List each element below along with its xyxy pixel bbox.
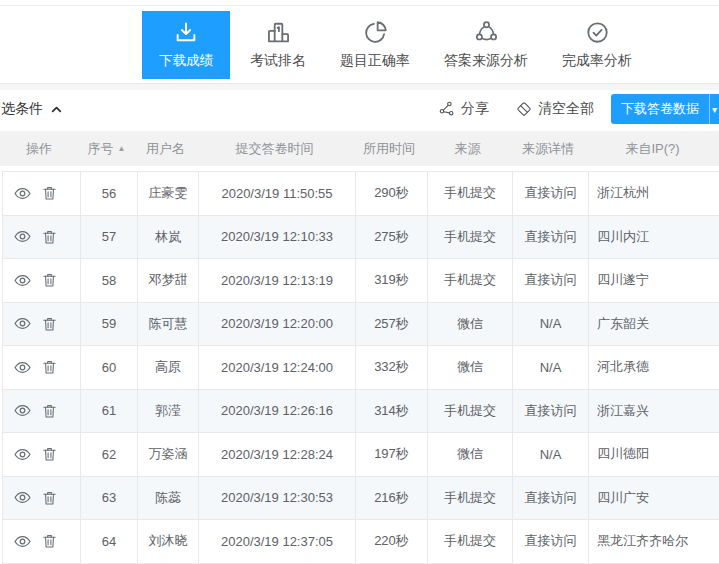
row-source: 手机提交 xyxy=(428,520,513,563)
row-username: 郭滢 xyxy=(138,390,199,433)
row-ip: 四川遂宁 xyxy=(589,259,719,302)
share-button[interactable]: 分享 xyxy=(438,100,489,118)
row-source: 微信 xyxy=(428,303,513,346)
results-table: 操作 序号▲ 用户名 提交答卷时间 所用时间 来源 来源详情 来自IP(?) 5… xyxy=(0,131,719,564)
sort-asc-icon[interactable]: ▲ xyxy=(118,145,126,153)
row-number: 63 xyxy=(81,477,138,520)
row-duration: 290秒 xyxy=(356,172,428,215)
row-username: 陈蕊 xyxy=(138,477,199,520)
row-submit-time: 2020/3/19 12:20:00 xyxy=(199,303,356,346)
tab-download-scores[interactable]: 下载成绩 xyxy=(142,11,230,79)
row-source-detail: N/A xyxy=(513,303,589,346)
view-icon[interactable] xyxy=(13,271,32,290)
table-row: 57 林岚 2020/3/19 12:10:33 275秒 手机提交 直接访问 … xyxy=(2,216,719,260)
row-actions xyxy=(3,477,81,520)
tab-question-accuracy[interactable]: 题目正确率 xyxy=(326,11,424,79)
header-submit-time: 提交答卷时间 xyxy=(196,140,353,158)
row-number: 58 xyxy=(81,259,138,302)
row-source: 手机提交 xyxy=(428,259,513,302)
row-submit-time: 2020/3/19 12:13:19 xyxy=(199,259,356,302)
table-row: 63 陈蕊 2020/3/19 12:30:53 216秒 手机提交 直接访问 … xyxy=(2,477,719,521)
row-number: 64 xyxy=(81,520,138,563)
delete-icon[interactable] xyxy=(41,402,58,420)
header-actions: 操作 xyxy=(0,140,78,158)
row-ip: 浙江嘉兴 xyxy=(589,390,719,433)
row-source-detail: N/A xyxy=(513,346,589,389)
row-duration: 216秒 xyxy=(356,477,428,520)
row-submit-time: 2020/3/19 12:10:33 xyxy=(199,216,356,259)
pie-chart-icon xyxy=(362,19,389,46)
share-label: 分享 xyxy=(461,100,489,118)
tab-exam-ranking[interactable]: 考试排名 xyxy=(236,11,320,79)
tab-answer-source-analysis[interactable]: 答案来源分析 xyxy=(430,11,542,79)
view-icon[interactable] xyxy=(13,401,32,420)
view-icon[interactable] xyxy=(13,532,32,551)
row-source-detail: 直接访问 xyxy=(513,259,589,302)
chevron-up-icon xyxy=(50,103,63,116)
tab-label: 下载成绩 xyxy=(159,52,213,70)
row-ip: 四川广安 xyxy=(589,477,719,520)
row-source-detail: 直接访问 xyxy=(513,172,589,215)
row-submit-time: 2020/3/19 12:24:00 xyxy=(199,346,356,389)
header-number[interactable]: 序号▲ xyxy=(78,140,135,158)
delete-icon[interactable] xyxy=(41,445,58,463)
check-circle-icon xyxy=(584,19,611,46)
row-actions xyxy=(3,520,81,563)
row-source-detail: N/A xyxy=(513,433,589,476)
row-username: 庄豪雯 xyxy=(138,172,199,215)
tab-completion-rate-analysis[interactable]: 完成率分析 xyxy=(548,11,646,79)
row-actions xyxy=(3,390,81,433)
download-answer-data-button[interactable]: 下载答卷数据 xyxy=(611,94,709,124)
view-icon[interactable] xyxy=(13,358,32,377)
delete-icon[interactable] xyxy=(41,315,58,333)
table-row: 59 陈可慧 2020/3/19 12:20:00 257秒 微信 N/A 广东… xyxy=(2,303,719,347)
row-submit-time: 2020/3/19 12:26:16 xyxy=(199,390,356,433)
header-duration: 所用时间 xyxy=(353,140,425,158)
table-row: 56 庄豪雯 2020/3/19 11:50:55 290秒 手机提交 直接访问… xyxy=(2,172,719,216)
delete-icon[interactable] xyxy=(41,532,58,550)
row-ip: 浙江杭州 xyxy=(589,172,719,215)
row-source: 微信 xyxy=(428,346,513,389)
view-icon[interactable] xyxy=(13,445,32,464)
delete-icon[interactable] xyxy=(41,358,58,376)
row-submit-time: 2020/3/19 12:28:24 xyxy=(199,433,356,476)
view-icon[interactable] xyxy=(13,227,32,246)
row-actions xyxy=(3,433,81,476)
row-ip: 黑龙江齐齐哈尔 xyxy=(589,520,719,563)
row-number: 60 xyxy=(81,346,138,389)
row-submit-time: 2020/3/19 11:50:55 xyxy=(199,172,356,215)
tab-label: 完成率分析 xyxy=(562,52,632,70)
row-source-detail: 直接访问 xyxy=(513,477,589,520)
row-source: 手机提交 xyxy=(428,172,513,215)
download-dropdown-button[interactable]: ▾ xyxy=(709,94,719,124)
table-header-row: 操作 序号▲ 用户名 提交答卷时间 所用时间 来源 来源详情 来自IP(?) xyxy=(0,131,719,166)
row-actions xyxy=(3,259,81,302)
clear-all-label: 清空全部 xyxy=(538,100,594,118)
row-source: 微信 xyxy=(428,433,513,476)
delete-icon[interactable] xyxy=(41,184,58,202)
filter-conditions-toggle[interactable]: 选条件 xyxy=(1,100,63,118)
eraser-icon xyxy=(515,100,533,118)
delete-icon[interactable] xyxy=(41,228,58,246)
view-icon[interactable] xyxy=(13,314,32,333)
share-nodes-icon xyxy=(473,19,500,46)
tab-label: 题目正确率 xyxy=(340,52,410,70)
exam-results-page: 下载成绩 考试排名 题目正确率 答案来源分析 完成率分析 xyxy=(0,0,719,564)
row-source: 手机提交 xyxy=(428,477,513,520)
row-actions xyxy=(3,303,81,346)
delete-icon[interactable] xyxy=(41,489,58,507)
row-username: 林岚 xyxy=(138,216,199,259)
row-duration: 257秒 xyxy=(356,303,428,346)
clear-all-button[interactable]: 清空全部 xyxy=(515,100,594,118)
toolbar: 选条件 分享 清空全部 下载答卷数据 ▾ xyxy=(0,90,719,128)
delete-icon[interactable] xyxy=(41,271,58,289)
row-actions xyxy=(3,346,81,389)
row-username: 刘沐晓 xyxy=(138,520,199,563)
row-source-detail: 直接访问 xyxy=(513,520,589,563)
view-icon[interactable] xyxy=(13,184,32,203)
table-body: 56 庄豪雯 2020/3/19 11:50:55 290秒 手机提交 直接访问… xyxy=(2,171,719,564)
header-ip: 来自IP(?) xyxy=(586,140,719,158)
table-row: 62 万姿涵 2020/3/19 12:28:24 197秒 微信 N/A 四川… xyxy=(2,433,719,477)
row-actions xyxy=(3,216,81,259)
view-icon[interactable] xyxy=(13,488,32,507)
